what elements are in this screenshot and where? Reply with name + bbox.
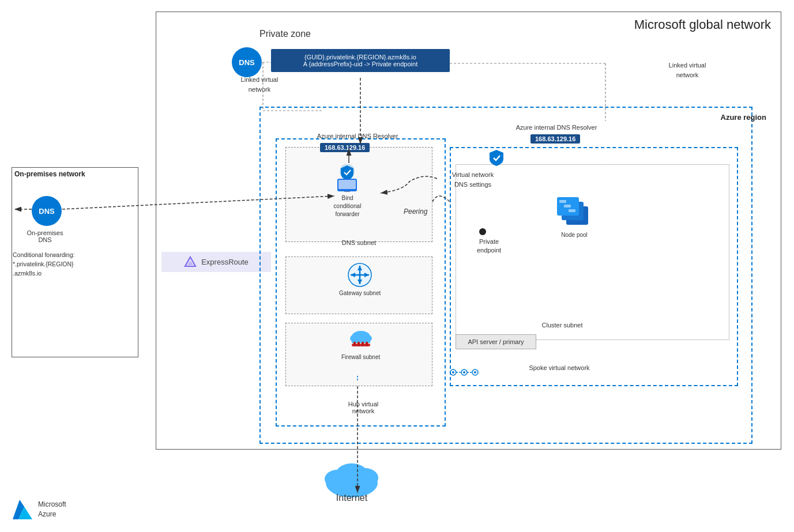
azure-logo-icon xyxy=(12,499,33,520)
dns-shield-right xyxy=(487,149,506,169)
linked-vnet-label-1: Linked virtualnetwork xyxy=(228,75,291,94)
azure-region-label: Azure region xyxy=(721,113,766,122)
svg-rect-4 xyxy=(338,180,356,189)
dns-ip-badge-right: 168.63.129.16 xyxy=(530,134,580,144)
expressroute-label: ExpressRoute xyxy=(201,258,249,266)
cluster-subnet-label: Cluster subnet xyxy=(505,322,620,329)
private-zone-dns-text: DNS xyxy=(239,58,254,67)
dns-resolver-label-right: Azure internal DNS Resolver xyxy=(484,124,629,131)
shield-icon-right xyxy=(487,149,506,167)
svg-rect-21 xyxy=(362,342,364,346)
svg-rect-36 xyxy=(564,205,571,207)
bind-forwarder-icon xyxy=(332,164,363,192)
firewall-subnet-label: Firewall subnet xyxy=(341,354,380,360)
private-zone-label: Private zone xyxy=(259,29,311,39)
svg-rect-37 xyxy=(569,209,575,212)
internet-cloud-container: Internet xyxy=(317,457,386,503)
on-premises-dns-globe: DNS xyxy=(32,196,62,226)
bind-forwarder-container: Bindconditionalforwarder xyxy=(332,164,363,218)
svg-point-31 xyxy=(479,228,486,235)
spoke-vnet-connector xyxy=(450,369,481,376)
private-endpoint-label: Privateendpoint xyxy=(466,237,512,255)
node-pool-label: Node pool xyxy=(561,232,588,238)
svg-rect-35 xyxy=(559,200,566,203)
svg-rect-5 xyxy=(344,191,350,192)
private-zone-dns-globe: DNS xyxy=(232,47,262,77)
dns-record-line1: {GUID}.privatelink.{REGION}.azmk8s.io xyxy=(278,54,443,61)
svg-rect-20 xyxy=(358,342,360,346)
internet-label: Internet xyxy=(336,493,367,503)
ms-global-title: Microsoft global network xyxy=(634,17,771,32)
gateway-icon-container: Gateway subnet xyxy=(339,262,381,296)
svg-point-24 xyxy=(452,371,454,373)
api-server-label: API server / primary xyxy=(468,338,524,345)
gateway-subnet-label: Gateway subnet xyxy=(339,290,381,296)
dns-resolver-label-left: Azure internal DNS Resolver xyxy=(283,133,432,139)
spoke-connector-icon xyxy=(450,369,481,376)
dns-ip-badge-left: 168.63.129.16 xyxy=(320,143,370,152)
svg-rect-22 xyxy=(366,342,368,346)
svg-rect-19 xyxy=(353,342,356,346)
dns-record-box: {GUID}.privatelink.{REGION}.azmk8s.io A … xyxy=(271,49,450,72)
expressroute-icon xyxy=(184,256,197,269)
gateway-icon xyxy=(347,262,372,288)
conditional-forwarding-label: Conditional forwarding:*.privatelink.{RE… xyxy=(13,251,134,278)
azure-logo: MicrosoftAzure xyxy=(12,499,66,520)
svg-point-41 xyxy=(336,463,368,485)
expressroute-area: ExpressRoute xyxy=(161,252,271,272)
on-premises-title: On-premises network xyxy=(14,170,85,178)
private-endpoint-container xyxy=(479,228,487,237)
dns-record-line2: A {addressPrefix}-uid -> Private endpoin… xyxy=(278,61,443,67)
bind-forwarder-label: Bindconditionalforwarder xyxy=(334,194,362,218)
api-server-box: API server / primary xyxy=(456,334,536,349)
dns-subnet-label: DNS subnet xyxy=(285,239,432,246)
node-pool-icon xyxy=(554,190,595,229)
node-pool-container: Node pool xyxy=(554,190,595,238)
dns-ip-text-left: 168.63.129.16 xyxy=(320,143,370,152)
svg-point-27 xyxy=(463,371,465,373)
firewall-icon xyxy=(347,329,375,352)
spoke-vnet-label: Spoke virtual network xyxy=(502,364,617,371)
diagram-container: Microsoft global network On-premises net… xyxy=(0,0,794,532)
hub-vnet-label: Hub virtualnetwork xyxy=(300,401,427,414)
on-premises-dns-node-label: On-premisesDNS xyxy=(16,229,74,243)
peering-label: Peering xyxy=(404,207,427,216)
on-premises-dns-label: DNS xyxy=(39,207,54,216)
svg-point-30 xyxy=(474,371,476,373)
linked-vnet-label-2: Linked virtualnetwork xyxy=(653,61,722,80)
dns-ip-text-right: 168.63.129.16 xyxy=(530,134,580,144)
private-endpoint-dot xyxy=(479,228,487,236)
firewall-icon-container: Firewall subnet xyxy=(341,329,380,360)
azure-logo-text: MicrosoftAzure xyxy=(38,500,66,519)
